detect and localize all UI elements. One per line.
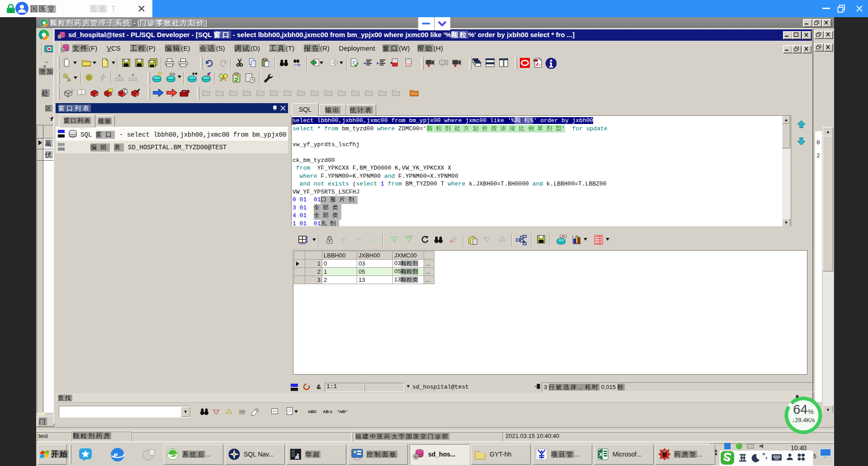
svg-text:AB:c: AB:c: [323, 409, 332, 414]
svg-text:▒▒: ▒▒: [239, 409, 245, 414]
svg-text:SQL: SQL: [170, 72, 176, 76]
svg-text:ABC: ABC: [308, 409, 317, 414]
svg-text:X: X: [599, 451, 603, 458]
svg-text:"AB": "AB": [337, 409, 347, 414]
svg-text:e: e: [113, 449, 118, 460]
